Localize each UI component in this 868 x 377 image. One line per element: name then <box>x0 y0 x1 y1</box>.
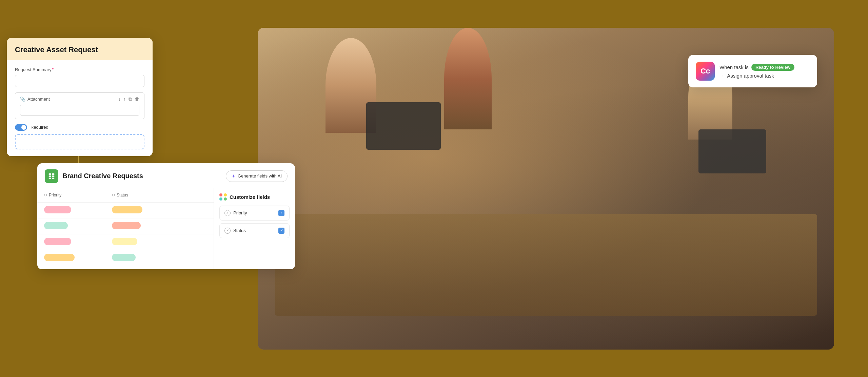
dot-red <box>219 193 222 196</box>
priority-check-circle: ✓ <box>224 210 231 216</box>
svg-rect-3 <box>52 175 54 177</box>
status-tag-3 <box>112 238 137 245</box>
automation-text: When task is Ready to Review → Assign ap… <box>719 64 810 79</box>
main-container: ⚡ Creative Asset Request Request Summary… <box>34 28 834 350</box>
svg-rect-4 <box>49 177 51 179</box>
form-card-header: Creative Asset Request <box>7 38 153 60</box>
form-card-body: Request Summary* 📎 Attachment ↓ ↑ ⧉ 🗑 <box>7 60 153 156</box>
automation-line2: → Assign approval task <box>719 73 810 79</box>
request-summary-input[interactable] <box>15 75 144 87</box>
ai-stars-icon: ✦ <box>232 173 236 179</box>
cell-priority-1 <box>37 206 105 215</box>
attachment-label: 📎 Attachment <box>20 97 50 102</box>
table-surface <box>275 214 817 316</box>
form-card: Creative Asset Request Request Summary* … <box>7 38 153 156</box>
svg-rect-0 <box>49 173 51 175</box>
status-header-icon: ⊙ <box>112 193 115 197</box>
move-up-icon[interactable]: ↑ <box>123 96 126 102</box>
automation-action-text: Assign approval task <box>727 73 774 79</box>
svg-rect-1 <box>52 173 54 175</box>
dashed-drop-area <box>15 134 144 149</box>
required-label: Required <box>31 125 48 130</box>
priority-tag-4 <box>44 254 75 261</box>
svg-rect-5 <box>52 177 54 179</box>
priority-tag-1 <box>44 206 71 213</box>
generate-ai-button[interactable]: ✦ Generate fields with AI <box>226 170 288 182</box>
cell-status-2 <box>105 222 173 231</box>
delete-icon[interactable]: 🗑 <box>135 96 139 102</box>
requests-table: ⊙ Priority ⊙ Status <box>37 188 295 269</box>
arrow-right-icon: → <box>719 73 725 79</box>
table-icon <box>48 172 55 180</box>
laptop-1 <box>366 102 441 150</box>
request-summary-label: Request Summary* <box>15 67 144 72</box>
required-toggle[interactable] <box>15 124 27 131</box>
customize-item-priority[interactable]: ✓ Priority ✓ <box>219 206 290 221</box>
duplicate-icon[interactable]: ⧉ <box>129 96 132 102</box>
priority-checkbox[interactable]: ✓ <box>278 210 284 216</box>
requests-title: Brand Creative Requests <box>62 172 143 180</box>
automation-content: Cc When task is Ready to Review → Assign… <box>696 62 810 81</box>
person-silhouette-2 <box>444 28 492 129</box>
status-tag-1 <box>112 206 142 213</box>
status-check-circle: ✓ <box>224 228 231 234</box>
customize-item-status-left: ✓ Status <box>224 228 246 234</box>
form-card-title: Creative Asset Request <box>15 45 98 54</box>
attachment-input-field[interactable] <box>20 105 139 116</box>
requests-icon <box>45 169 58 183</box>
customize-priority-label: Priority <box>233 210 247 215</box>
cell-status-4 <box>105 254 173 263</box>
cell-status-3 <box>105 238 173 247</box>
customize-header: Customize fields <box>219 193 290 201</box>
paperclip-icon: 📎 <box>20 97 25 102</box>
attachment-icons: ↓ ↑ ⧉ 🗑 <box>118 96 139 102</box>
svg-rect-2 <box>49 175 51 177</box>
automation-card: Cc When task is Ready to Review → Assign… <box>688 55 817 87</box>
status-checkbox[interactable]: ✓ <box>278 228 284 234</box>
dot-green <box>224 197 227 201</box>
ready-to-review-badge: Ready to Review <box>751 64 794 71</box>
table-main: ⊙ Priority ⊙ Status <box>37 188 214 269</box>
requests-card: Brand Creative Requests ✦ Generate field… <box>37 163 295 269</box>
dot-yellow <box>224 193 227 196</box>
requests-title-group: Brand Creative Requests <box>45 169 143 183</box>
automation-line1: When task is Ready to Review <box>719 64 810 71</box>
status-column-header: ⊙ Status <box>105 191 173 200</box>
table-row <box>37 203 214 218</box>
table-row <box>37 234 214 250</box>
priority-tag-2 <box>44 222 68 229</box>
priority-tag-3 <box>44 238 71 245</box>
customize-status-label: Status <box>233 228 246 233</box>
when-task-label: When task is <box>719 64 749 70</box>
priority-header-icon: ⊙ <box>44 193 47 197</box>
cell-priority-4 <box>37 254 105 263</box>
priority-column-header: ⊙ Priority <box>37 191 105 200</box>
attachment-header: 📎 Attachment ↓ ↑ ⧉ 🗑 <box>20 96 139 102</box>
status-tag-4 <box>112 254 136 261</box>
cell-status-1 <box>105 206 173 215</box>
move-down-icon[interactable]: ↓ <box>118 96 121 102</box>
requests-header: Brand Creative Requests ✦ Generate field… <box>37 163 295 188</box>
customize-panel: Customize fields ✓ Priority ✓ <box>214 188 295 269</box>
laptop-2 <box>698 129 766 173</box>
table-row <box>37 218 214 234</box>
adobe-creative-cloud-icon: Cc <box>696 62 715 81</box>
attachment-section: 📎 Attachment ↓ ↑ ⧉ 🗑 <box>15 92 144 119</box>
customize-title: Customize fields <box>230 194 270 200</box>
status-tag-2 <box>112 222 141 229</box>
customize-dots-icon <box>219 193 227 201</box>
table-header-row: ⊙ Priority ⊙ Status <box>37 188 214 203</box>
cell-priority-2 <box>37 222 105 231</box>
table-row <box>37 250 214 266</box>
customize-item-status[interactable]: ✓ Status ✓ <box>219 223 290 238</box>
dot-blue <box>219 197 222 201</box>
toggle-row: Required <box>15 124 144 131</box>
customize-item-priority-left: ✓ Priority <box>224 210 247 216</box>
cell-priority-3 <box>37 238 105 247</box>
